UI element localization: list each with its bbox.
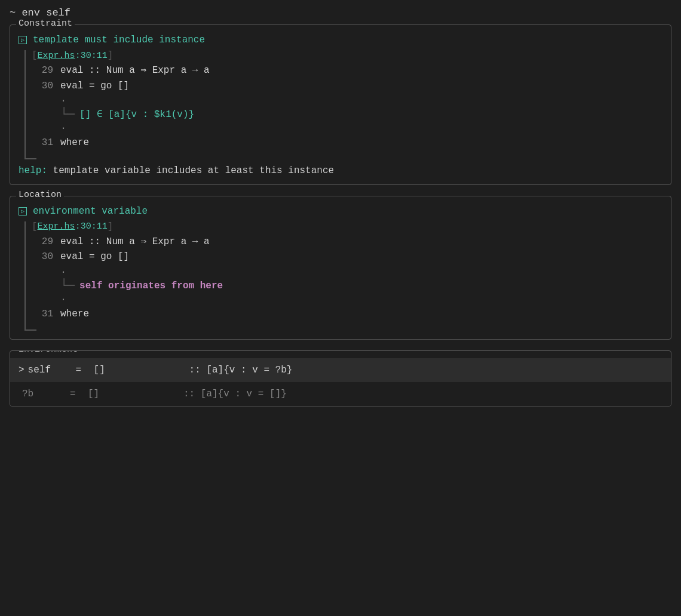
location-header-text: environment variable <box>33 206 148 217</box>
constraint-panel-title: Constraint <box>16 19 75 29</box>
location-annotation-block: └─ self originates from here <box>60 279 662 292</box>
location-line-code-29: eval :: Num a ⇒ Expr a → a <box>60 235 210 250</box>
line-num-29: 29 <box>32 63 53 79</box>
environment-panel: Environment > self = [] :: [a]{v : v = ?… <box>10 350 671 406</box>
constraint-icon: ▷ <box>19 36 27 44</box>
env-row-self[interactable]: > self = [] :: [a]{v : v = ?b} <box>10 358 671 382</box>
location-file-ref: [Expr.hs:30:11] <box>32 221 662 232</box>
bracket-close: ] <box>108 50 114 61</box>
location-panel: Location ▷ environment variable [Expr.hs… <box>10 196 671 340</box>
line-code-30: eval = go [] <box>60 79 129 94</box>
location-code-line-30: 30 eval = go [] <box>32 250 662 265</box>
location-code-block: [Expr.hs:30:11] 29 eval :: Num a ⇒ Expr … <box>24 221 662 326</box>
location-line-code-31: where <box>60 307 89 322</box>
env-row-b[interactable]: ?b = [] :: [a]{v : v = []} <box>10 382 671 406</box>
location-header: ▷ environment variable <box>19 206 662 217</box>
constraint-help-text: template variable includes at least this… <box>47 165 334 176</box>
env-prompt-active: > <box>19 363 24 377</box>
env-equals-b: = <box>70 387 88 401</box>
location-line-num-31: 31 <box>32 307 53 322</box>
constraint-header-text: template must include instance <box>33 35 205 45</box>
bottom-bracket-location <box>24 326 36 331</box>
location-code-line-31: 31 where <box>32 307 662 322</box>
dots-line-2: · <box>60 121 662 135</box>
header-line: ~ env self <box>10 7 671 19</box>
env-type-self: :: [a]{v : v = ?b} <box>189 363 293 377</box>
constraint-arrow: └─ <box>60 108 75 120</box>
location-panel-title: Location <box>16 190 64 200</box>
env-val-b: [] <box>88 387 183 401</box>
bracket-open: [ <box>32 50 38 61</box>
constraint-help-line: help: template variable includes at leas… <box>19 165 662 176</box>
bottom-bracket-constraint <box>24 155 36 159</box>
environment-rows: > self = [] :: [a]{v : v = ?b} ?b = [] :… <box>10 351 671 406</box>
env-type-b: :: [a]{v : v = []} <box>183 387 287 401</box>
constraint-annotation-text: [] ∈ [a]{v : $k1(v)} <box>79 108 194 121</box>
location-panel-inner: ▷ environment variable [Expr.hs:30:11] 2… <box>19 206 662 331</box>
env-name-self: self <box>28 363 76 377</box>
line-num-31: 31 <box>32 135 53 151</box>
code-line-29: 29 eval :: Num a ⇒ Expr a → a <box>32 63 662 79</box>
location-line-num-29: 29 <box>32 235 53 250</box>
line-code-31: where <box>60 135 89 151</box>
constraint-panel-inner: ▷ template must include instance [Expr.h… <box>19 35 662 176</box>
location-file-link[interactable]: Expr.hs <box>38 221 75 232</box>
location-code-line-29: 29 eval :: Num a ⇒ Expr a → a <box>32 235 662 250</box>
constraint-header: ▷ template must include instance <box>19 35 662 45</box>
bracket-close-loc: ] <box>108 221 114 232</box>
constraint-panel: Constraint ▷ template must include insta… <box>10 24 671 185</box>
line-num-30: 30 <box>32 79 53 94</box>
code-line-31: 31 where <box>32 135 662 151</box>
code-line-30: 30 eval = go [] <box>32 79 662 94</box>
constraint-file-ref: [Expr.hs:30:11] <box>32 50 662 61</box>
line-code-29: eval :: Num a ⇒ Expr a → a <box>60 63 210 79</box>
location-arrow: └─ <box>60 279 75 291</box>
environment-panel-title: Environment <box>16 350 80 355</box>
location-icon: ▷ <box>19 207 27 215</box>
constraint-help-label: help: <box>19 165 47 176</box>
constraint-file-link[interactable]: Expr.hs <box>38 51 75 61</box>
location-line-code-30: eval = go [] <box>60 250 129 265</box>
constraint-file-location: :30:11 <box>75 51 108 61</box>
location-file-location: :30:11 <box>75 221 108 232</box>
env-equals-self: = <box>76 363 94 377</box>
location-line-num-30: 30 <box>32 250 53 265</box>
env-name-b: ?b <box>22 387 70 401</box>
bracket-open-loc: [ <box>32 221 38 232</box>
constraint-code-block: [Expr.hs:30:11] 29 eval :: Num a ⇒ Expr … <box>24 50 662 155</box>
env-val-self: [] <box>94 363 189 377</box>
dots-line-1: · <box>60 94 662 108</box>
constraint-annotation-block: └─ [] ∈ [a]{v : $k1(v)} <box>60 108 662 121</box>
location-dots-2: · <box>60 292 662 307</box>
location-annotation-text: self originates from here <box>79 279 223 292</box>
location-dots-1: · <box>60 265 662 279</box>
